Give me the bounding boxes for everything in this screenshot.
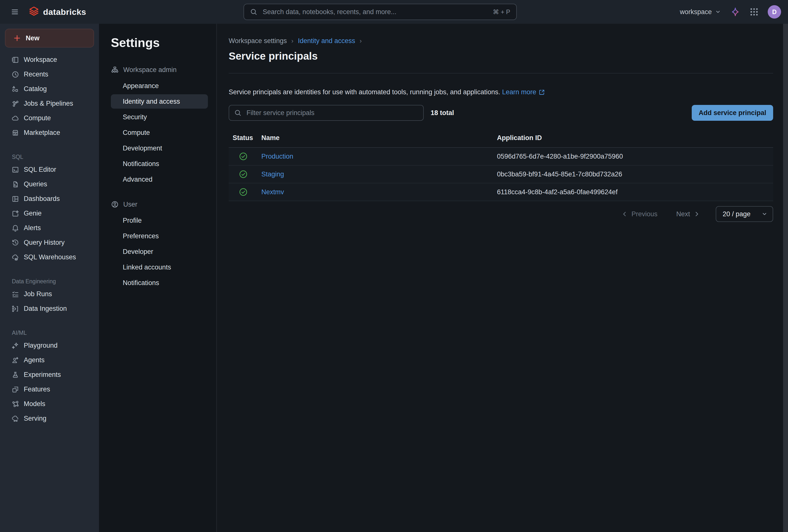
settings-item-notifications[interactable]: Notifications <box>111 157 208 171</box>
sidebar-item-compute[interactable]: Compute <box>5 111 94 125</box>
workspace-icon <box>12 56 19 64</box>
application-id: 0596d765-6d7e-4280-a1be-9f2900a75960 <box>493 147 773 165</box>
vertical-scrollbar[interactable] <box>783 24 788 532</box>
query-history-icon <box>12 239 19 247</box>
settings-item-preferences[interactable]: Preferences <box>111 229 208 243</box>
sidebar-item-serving[interactable]: Serving <box>5 411 94 426</box>
previous-label: Previous <box>631 210 657 218</box>
page-title: Service principals <box>229 50 773 62</box>
settings-item-developer[interactable]: Developer <box>111 244 208 259</box>
settings-group-workspace-admin[interactable]: Workspace admin <box>111 63 210 77</box>
workspace-switcher[interactable]: workspace <box>680 8 721 16</box>
status-active-icon <box>229 147 257 165</box>
column-header-status[interactable]: Status <box>229 131 257 147</box>
sidebar-item-sql-editor[interactable]: SQL Editor <box>5 162 94 177</box>
chevron-down-icon <box>761 211 768 217</box>
filter-search-icon <box>234 109 241 117</box>
user-circle-icon <box>111 200 119 208</box>
sidebar-item-agents[interactable]: Agents <box>5 353 94 368</box>
settings-item-advanced[interactable]: Advanced <box>111 172 208 186</box>
sidebar-item-experiments[interactable]: Experiments <box>5 368 94 382</box>
sidebar-item-sql-warehouses[interactable]: SQL Warehouses <box>5 250 94 264</box>
settings-group-label: User <box>123 201 137 208</box>
chevron-right-icon <box>693 211 700 217</box>
next-page-button[interactable]: Next <box>673 210 703 218</box>
queries-icon <box>12 180 19 188</box>
service-principal-link[interactable]: Staging <box>261 171 284 178</box>
databricks-logo[interactable]: databricks <box>29 6 86 18</box>
settings-item-compute[interactable]: Compute <box>111 125 208 140</box>
sql-warehouses-icon <box>12 253 19 261</box>
sidebar-item-playground[interactable]: Playground <box>5 338 94 353</box>
new-button-label: New <box>26 34 40 42</box>
learn-more-label: Learn more <box>502 88 536 96</box>
service-principal-link[interactable]: Nextmv <box>261 188 284 196</box>
workspace-switcher-label: workspace <box>680 8 712 16</box>
sidebar-list: Job RunsData Ingestion <box>5 287 94 316</box>
breadcrumb-identity-and-access[interactable]: Identity and access <box>298 37 355 45</box>
assistant-sparkle-icon[interactable] <box>730 7 741 17</box>
previous-page-button[interactable]: Previous <box>618 210 660 218</box>
sql-editor-icon <box>12 166 19 174</box>
sidebar-item-genie[interactable]: Genie <box>5 206 94 221</box>
sidebar-item-queries[interactable]: Queries <box>5 177 94 192</box>
breadcrumb-workspace-settings[interactable]: Workspace settings <box>229 37 287 45</box>
sidebar-item-label: Queries <box>24 180 47 188</box>
settings-item-linked-accounts[interactable]: Linked accounts <box>111 260 208 274</box>
service-principal-link[interactable]: Production <box>261 153 293 160</box>
data-ingestion-icon <box>12 305 19 313</box>
breadcrumb-chevron-icon: › <box>360 37 362 45</box>
sidebar-item-data-ingestion[interactable]: Data Ingestion <box>5 301 94 316</box>
serving-icon <box>12 415 19 422</box>
sidebar-item-alerts[interactable]: Alerts <box>5 221 94 235</box>
add-service-principal-button[interactable]: Add service principal <box>692 105 773 121</box>
sidebar-item-features[interactable]: Features <box>5 382 94 397</box>
chevron-left-icon <box>622 211 628 217</box>
column-header-name[interactable]: Name <box>257 131 493 147</box>
page-size-select[interactable]: 20 / page <box>716 206 773 222</box>
sidebar-section-sql: SQL <box>5 148 94 162</box>
sidebar-item-job-runs[interactable]: Job Runs <box>5 287 94 301</box>
sidebar-item-label: Data Ingestion <box>24 305 67 313</box>
settings-group-items: ProfilePreferencesDeveloperLinked accoun… <box>111 213 210 290</box>
logo-wordmark: databricks <box>43 7 86 17</box>
settings-item-notifications[interactable]: Notifications <box>111 276 208 290</box>
search-input[interactable] <box>262 8 489 16</box>
genie-icon <box>12 210 19 217</box>
service-principals-table: Status Name Application ID Production059… <box>229 131 773 201</box>
sidebar-item-marketplace[interactable]: Marketplace <box>5 125 94 140</box>
sidebar-item-jobs-pipelines[interactable]: Jobs & Pipelines <box>5 96 94 111</box>
plus-icon <box>13 34 21 42</box>
settings-item-profile[interactable]: Profile <box>111 213 208 228</box>
org-chart-icon <box>111 66 119 74</box>
global-search[interactable]: ⌘ + P <box>243 4 517 20</box>
sidebar-item-models[interactable]: Models <box>5 397 94 411</box>
new-button[interactable]: New <box>5 29 94 47</box>
settings-group-user[interactable]: User <box>111 197 210 211</box>
hamburger-menu-icon[interactable] <box>8 5 22 19</box>
settings-item-development[interactable]: Development <box>111 141 208 155</box>
sidebar-item-workspace[interactable]: Workspace <box>5 53 94 67</box>
settings-item-appearance[interactable]: Appearance <box>111 79 208 93</box>
sidebar-item-catalog[interactable]: Catalog <box>5 82 94 96</box>
learn-more-link[interactable]: Learn more <box>502 88 545 96</box>
sidebar-item-recents[interactable]: Recents <box>5 67 94 82</box>
filter-input[interactable] <box>245 109 418 117</box>
settings-item-identity-and-access[interactable]: Identity and access <box>111 94 208 109</box>
alerts-icon <box>12 224 19 232</box>
topbar-actions: workspace D <box>680 5 781 19</box>
filter-box[interactable] <box>229 105 424 121</box>
settings-item-security[interactable]: Security <box>111 110 208 124</box>
table-row-staging: Staging0bc3ba59-bf91-4a45-85e1-7c80bd732… <box>229 165 773 183</box>
sidebar-item-query-history[interactable]: Query History <box>5 235 94 250</box>
sidebar-item-label: Genie <box>24 210 42 217</box>
sidebar-item-label: Agents <box>24 356 44 364</box>
page-description: Service principals are identities for us… <box>229 88 773 96</box>
sidebar-item-dashboards[interactable]: Dashboards <box>5 192 94 206</box>
app-grid-icon[interactable] <box>749 7 759 17</box>
column-header-application-id[interactable]: Application ID <box>493 131 773 147</box>
features-icon <box>12 386 19 393</box>
user-avatar[interactable]: D <box>768 5 781 19</box>
jobs-icon <box>12 100 19 107</box>
table-controls: 18 total Add service principal <box>229 105 773 121</box>
